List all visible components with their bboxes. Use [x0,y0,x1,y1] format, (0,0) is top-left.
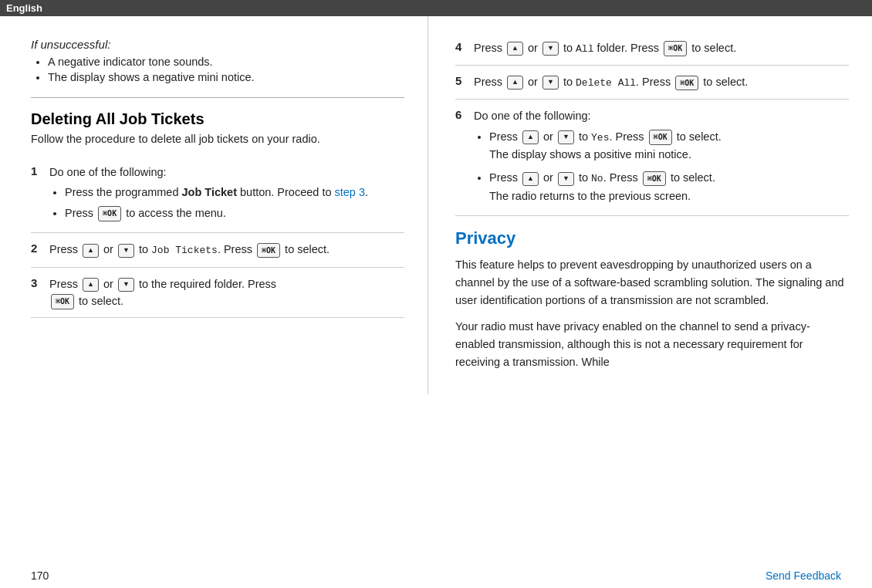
page-number: 170 [31,569,49,582]
step-1-intro: Do one of the following: [49,164,404,181]
right-column: 4 Press or to All folder. Press ⌘OK to s… [428,16,872,394]
ok-button-icon: ⌘OK [664,41,687,56]
footer: 170 Send Feedback [0,569,872,582]
privacy-title: Privacy [455,228,849,248]
step-6-intro: Do one of the following: [474,107,849,124]
ok-button-icon: ⌘OK [98,206,121,221]
down-button-icon [542,42,559,56]
section-title: Deleting All Job Tickets [31,110,404,128]
list-item: Press or to No. Press ⌘OK to select. The… [489,169,849,204]
step-3-content: Press or to the required folder. Press ⌘… [49,275,404,310]
ok-button-icon: ⌘OK [675,76,698,91]
left-column: If unsuccessful: A negative indicator to… [0,16,428,394]
ok-button-icon: ⌘OK [51,294,74,309]
step-6-num: 6 [455,107,474,121]
step-4-num: 4 [455,39,474,53]
if-unsuccessful-label: If unsuccessful: [31,38,404,51]
list-item: Press the programmed Job Ticket button. … [65,184,404,201]
step-4: 4 Press or to All folder. Press ⌘OK to s… [455,32,849,66]
down-button-icon [542,76,559,90]
step-1-num: 1 [31,164,49,177]
ok-button-icon: ⌘OK [643,171,666,187]
step-1: 1 Do one of the following: Press the pro… [31,156,404,233]
step-3: 3 Press or to the required folder. Press… [31,268,404,319]
down-button-icon [558,130,574,144]
step-6b-mono: No [591,173,603,184]
list-item: The display shows a negative mini notice… [48,71,404,83]
list-item: Press ⌘OK to access the menu. [65,204,404,221]
up-button-icon [507,76,523,90]
privacy-section: Privacy This feature helps to prevent ea… [455,228,849,371]
ok-button-icon: ⌘OK [649,130,672,145]
step-6-content: Do one of the following: Press or to Yes… [474,107,849,208]
step-6a-mono: Yes [591,132,609,144]
step-6: 6 Do one of the following: Press or to Y… [455,100,849,216]
privacy-para1: This feature helps to prevent eavesdropp… [455,256,849,310]
section-divider [31,97,404,98]
step-5-content: Press or to Delete All. Press ⌘OK to sel… [474,73,849,91]
if-unsuccessful-section: If unsuccessful: A negative indicator to… [31,38,404,83]
up-button-icon [83,244,99,258]
step-2-num: 2 [31,241,49,255]
up-button-icon [522,172,539,186]
list-item: Press or to Yes. Press ⌘OK to select. Th… [489,128,849,164]
step-5: 5 Press or to Delete All. Press ⌘OK to s… [455,66,849,100]
down-button-icon [558,172,574,186]
up-button-icon [507,42,523,56]
step3-link[interactable]: step 3 [335,186,366,198]
step-4-mono: All [576,43,593,55]
down-button-icon [118,244,134,258]
language-label: English [6,2,42,14]
ok-button-icon: ⌘OK [257,243,280,259]
send-feedback-link[interactable]: Send Feedback [766,569,841,582]
up-button-icon [522,130,539,144]
step-4-content: Press or to All folder. Press ⌘OK to sel… [474,39,849,57]
step-3-num: 3 [31,275,49,289]
step-2-mono: Job Tickets [151,245,218,256]
language-bar: English [0,0,872,16]
section-subtitle: Follow the procedure to delete all job t… [31,133,404,145]
privacy-para2: Your radio must have privacy enabled on … [455,318,849,372]
step-5-num: 5 [455,73,474,87]
step-2: 2 Press or to Job Tickets. Press ⌘OK to … [31,233,404,267]
list-item: A negative indicator tone sounds. [48,56,404,68]
if-unsuccessful-list: A negative indicator tone sounds. The di… [31,56,404,83]
step-5-mono: Delete All [576,77,636,89]
step-2-content: Press or to Job Tickets. Press ⌘OK to se… [49,241,404,259]
down-button-icon [118,278,134,292]
step-1-content: Do one of the following: Press the progr… [49,164,404,225]
steps-container: 1 Do one of the following: Press the pro… [31,156,404,318]
up-button-icon [83,278,99,292]
